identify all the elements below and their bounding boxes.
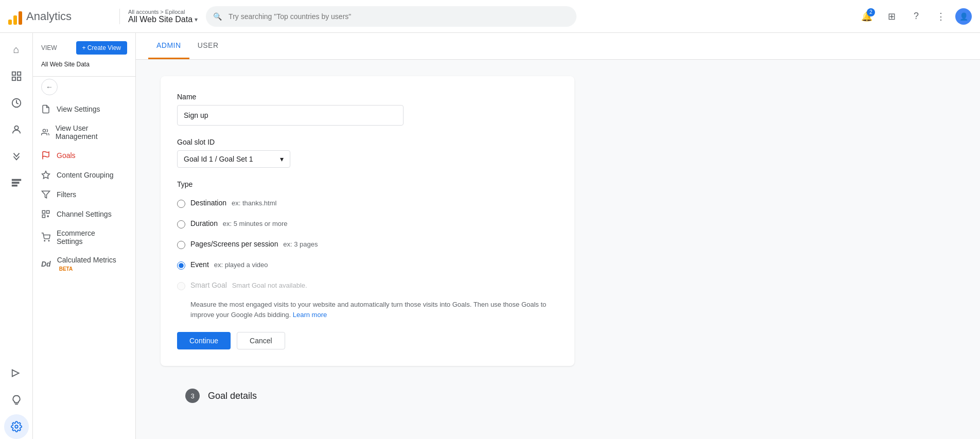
- radio-pages-input[interactable]: [177, 241, 185, 249]
- svg-rect-16: [42, 215, 45, 218]
- sidebar-item-ecommerce[interactable]: Ecommerce Settings: [33, 224, 131, 251]
- app-body: ⌂ View + Create View: [0, 33, 980, 439]
- radio-duration: Duration ex: 5 minutes or more: [177, 217, 558, 231]
- name-field-group: Name: [177, 93, 558, 126]
- sidebar-item-content-grouping[interactable]: Content Grouping: [33, 165, 131, 185]
- sidebar-item-label: Ecommerce Settings: [57, 229, 123, 245]
- form-button-row: Continue Cancel: [177, 332, 558, 349]
- sidebar-item-label: Calculated Metrics BETA: [57, 256, 123, 272]
- smart-goal-description: Measure the most engaged visits to your …: [190, 300, 558, 320]
- account-name: All Web Site Data ▾: [128, 15, 198, 24]
- chevron-down-icon: ▾: [280, 155, 284, 163]
- sidebar-view-name: All Web Site Data: [33, 61, 135, 74]
- goal-slot-label: Goal slot ID: [177, 138, 558, 146]
- type-label: Type: [177, 180, 558, 188]
- main-content: ADMIN USER Name Goal slot ID Goal Id 1 /…: [136, 33, 980, 439]
- cancel-button[interactable]: Cancel: [237, 332, 285, 349]
- help-button[interactable]: ?: [906, 6, 926, 27]
- chevron-down-icon: ▾: [195, 16, 198, 23]
- radio-duration-input[interactable]: [177, 220, 185, 229]
- tab-bar: ADMIN USER: [136, 33, 980, 60]
- app-title: Analytics: [26, 10, 72, 23]
- sidebar-item-calculated-metrics[interactable]: Dd Calculated Metrics BETA: [33, 251, 131, 277]
- name-input[interactable]: [177, 105, 404, 126]
- svg-point-9: [15, 425, 18, 428]
- name-label: Name: [177, 93, 558, 101]
- svg-point-17: [44, 240, 45, 241]
- sidebar-divider: [33, 76, 135, 77]
- sidebar-item-channel-settings[interactable]: Channel Settings: [33, 204, 131, 224]
- nav-behavior[interactable]: [4, 171, 29, 196]
- learn-more-link[interactable]: Learn more: [293, 311, 327, 319]
- nav-acquisition[interactable]: [4, 144, 29, 169]
- nav-goals[interactable]: [4, 361, 29, 385]
- radio-destination: Destination ex: thanks.html: [177, 197, 558, 210]
- svg-marker-13: [42, 191, 50, 198]
- svg-rect-8: [12, 185, 16, 186]
- svg-rect-3: [17, 77, 20, 80]
- radio-smart-goal: Smart Goal Smart Goal not available.: [177, 279, 558, 292]
- svg-marker-12: [42, 171, 50, 179]
- radio-duration-label[interactable]: Duration ex: 5 minutes or more: [190, 219, 288, 227]
- calculated-metrics-icon: Dd: [41, 260, 51, 268]
- nav-audience[interactable]: [4, 117, 29, 142]
- sidebar-item-label: Content Grouping: [57, 171, 114, 179]
- radio-smart-goal-label: Smart Goal Smart Goal not available.: [190, 281, 307, 289]
- sidebar-header: View + Create View: [33, 41, 135, 61]
- logo-area: Analytics: [8, 8, 111, 25]
- svg-rect-15: [47, 210, 49, 213]
- svg-rect-0: [12, 72, 15, 75]
- tab-admin[interactable]: ADMIN: [148, 33, 189, 59]
- sidebar: View + Create View All Web Site Data ← V…: [33, 33, 136, 439]
- step-section: 3 Goal details: [161, 378, 574, 403]
- step-title: Goal details: [208, 391, 257, 401]
- sidebar-item-label: View User Management: [56, 124, 123, 141]
- svg-point-5: [14, 126, 18, 130]
- tab-user[interactable]: USER: [189, 33, 227, 59]
- sidebar-item-user-management[interactable]: View User Management: [33, 119, 131, 146]
- sidenav-icons: ⌂: [0, 33, 33, 439]
- svg-rect-7: [12, 182, 19, 183]
- nav-settings[interactable]: [4, 414, 29, 439]
- goal-slot-select[interactable]: Goal Id 1 / Goal Set 1 ▾: [177, 150, 290, 168]
- form-container: Name Goal slot ID Goal Id 1 / Goal Set 1…: [136, 60, 599, 419]
- nav-dashboard[interactable]: [4, 64, 29, 89]
- logo-icon: [8, 8, 22, 25]
- sidebar-item-view-settings[interactable]: View Settings: [33, 99, 131, 119]
- radio-pages-label[interactable]: Pages/Screens per session ex: 3 pages: [190, 240, 318, 248]
- sidebar-view-label: View: [41, 44, 57, 51]
- avatar[interactable]: 👤: [955, 8, 972, 25]
- create-view-button[interactable]: + Create View: [76, 41, 128, 55]
- nav-home[interactable]: ⌂: [4, 37, 29, 62]
- header-actions: 🔔 2 ⊞ ? ⋮ 👤: [856, 6, 972, 27]
- svg-rect-6: [12, 180, 21, 181]
- more-options-button[interactable]: ⋮: [931, 6, 951, 27]
- type-section: Type Destination ex: thanks.html Du: [177, 180, 558, 320]
- radio-event-input[interactable]: [177, 261, 185, 270]
- radio-event-label[interactable]: Event ex: played a video: [190, 260, 268, 269]
- beta-badge: BETA: [59, 266, 73, 272]
- notification-badge: 2: [867, 8, 875, 16]
- apps-button[interactable]: ⊞: [881, 6, 902, 27]
- search-input[interactable]: [206, 6, 576, 27]
- continue-button[interactable]: Continue: [177, 332, 231, 349]
- account-selector[interactable]: All accounts > Epilocal All Web Site Dat…: [119, 9, 198, 24]
- nav-realtime[interactable]: [4, 91, 29, 115]
- radio-smart-goal-input[interactable]: [177, 282, 185, 290]
- step-number: 3: [185, 389, 200, 403]
- search-bar: 🔍: [206, 6, 576, 27]
- form-section-goal-description: Name Goal slot ID Goal Id 1 / Goal Set 1…: [161, 76, 574, 366]
- nav-lightbulb[interactable]: [4, 388, 29, 412]
- notifications-button[interactable]: 🔔 2: [856, 6, 877, 27]
- radio-event: Event ex: played a video: [177, 258, 558, 272]
- back-button[interactable]: ←: [41, 79, 58, 95]
- sidebar-item-goals[interactable]: Goals: [33, 146, 131, 165]
- account-path: All accounts > Epilocal: [128, 9, 198, 15]
- sidebar-item-label: Goals: [57, 151, 76, 160]
- radio-pages-per-session: Pages/Screens per session ex: 3 pages: [177, 238, 558, 251]
- sidebar-item-label: View Settings: [57, 105, 100, 113]
- sidebar-item-label: Channel Settings: [57, 210, 112, 218]
- radio-destination-input[interactable]: [177, 200, 185, 208]
- sidebar-item-filters[interactable]: Filters: [33, 185, 131, 204]
- radio-destination-label[interactable]: Destination ex: thanks.html: [190, 199, 276, 207]
